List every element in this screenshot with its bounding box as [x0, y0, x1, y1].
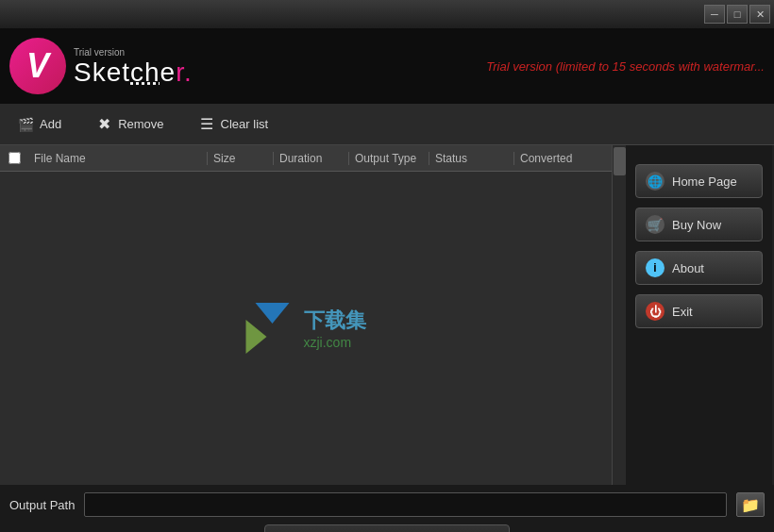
col-filename-header: File Name	[28, 152, 208, 165]
add-icon: 🎬	[17, 118, 34, 131]
watermark-url: xzji.com	[304, 335, 366, 350]
watermark-arrows	[246, 303, 290, 354]
col-duration-header: Duration	[274, 152, 349, 165]
minimize-button[interactable]: ─	[704, 5, 725, 24]
buynow-icon: 🛒	[646, 215, 665, 234]
col-converted-header: Converted	[514, 152, 599, 165]
header: V Trial version Sketcher. Trial version …	[0, 28, 774, 104]
file-list-area: File Name Size Duration Output Type Stat…	[0, 145, 612, 485]
close-button[interactable]: ✕	[749, 5, 770, 24]
choose-cartoon-effect-button[interactable]: ⠿ Choose the Cartoon Effect >>	[264, 524, 510, 532]
select-all-checkbox[interactable]	[8, 152, 21, 164]
output-path-label: Output Path	[9, 498, 75, 512]
remove-button[interactable]: ✖ Remove	[88, 113, 171, 135]
logo-text-group: Trial version Sketcher.	[74, 47, 193, 86]
homepage-button[interactable]: 🌐 Home Page	[635, 164, 763, 198]
homepage-label: Home Page	[672, 175, 737, 189]
right-panel: 🌐 Home Page 🛒 Buy Now i About ⏻ Exit	[626, 145, 772, 485]
restore-button[interactable]: □	[727, 5, 748, 24]
watermark: 下载集 xzji.com	[246, 303, 366, 354]
arrow-right-icon	[246, 320, 267, 354]
clear-list-icon: ☰	[198, 118, 215, 131]
clear-list-button[interactable]: ☰ Clear list	[191, 113, 277, 135]
bottom-area: Output Path 📁 ⠿ Choose the Cartoon Effec…	[0, 485, 774, 532]
app-name: Sketcher.	[74, 59, 193, 86]
watermark-chinese: 下载集	[304, 307, 366, 335]
about-icon: i	[646, 258, 665, 277]
main-content: File Name Size Duration Output Type Stat…	[0, 145, 774, 485]
file-list-header: File Name Size Duration Output Type Stat…	[0, 145, 612, 172]
remove-label: Remove	[118, 117, 163, 131]
toolbar: 🎬 Add ✖ Remove ☰ Clear list	[0, 104, 774, 145]
remove-icon: ✖	[95, 118, 112, 131]
watermark-text: 下载集 xzji.com	[304, 307, 366, 350]
scrollbar[interactable]	[612, 145, 626, 485]
add-button[interactable]: 🎬 Add	[9, 113, 69, 135]
exit-button[interactable]: ⏻ Exit	[635, 294, 763, 328]
trial-version-label: Trial version	[74, 47, 193, 58]
about-label: About	[672, 261, 704, 275]
folder-browse-button[interactable]: 📁	[736, 492, 765, 517]
scroll-track[interactable]	[613, 145, 626, 485]
output-path-input[interactable]	[84, 492, 727, 517]
col-output-header: Output Type	[349, 152, 429, 165]
cartoon-btn-row: ⠿ Choose the Cartoon Effect >>	[9, 524, 765, 532]
folder-icon: 📁	[741, 496, 760, 514]
about-button[interactable]: i About	[635, 251, 763, 285]
homepage-icon: 🌐	[646, 172, 665, 191]
trial-notice: Trial version (limited to 15 seconds wit…	[486, 59, 765, 74]
file-list-body: 下载集 xzji.com	[0, 172, 612, 485]
col-size-header: Size	[208, 152, 274, 165]
output-path-row: Output Path 📁	[9, 492, 765, 517]
title-bar: ─ □ ✕	[0, 0, 774, 28]
exit-label: Exit	[672, 305, 693, 319]
clear-list-label: Clear list	[221, 117, 269, 131]
buynow-label: Buy Now	[672, 218, 721, 232]
logo-v-letter: V	[26, 49, 49, 83]
col-status-header: Status	[429, 152, 514, 165]
scrollbar-thumb[interactable]	[614, 147, 626, 175]
logo-icon: V	[9, 38, 66, 94]
add-label: Add	[40, 117, 61, 131]
buynow-button[interactable]: 🛒 Buy Now	[635, 208, 763, 241]
exit-icon: ⏻	[646, 302, 665, 321]
col-check	[0, 152, 28, 164]
